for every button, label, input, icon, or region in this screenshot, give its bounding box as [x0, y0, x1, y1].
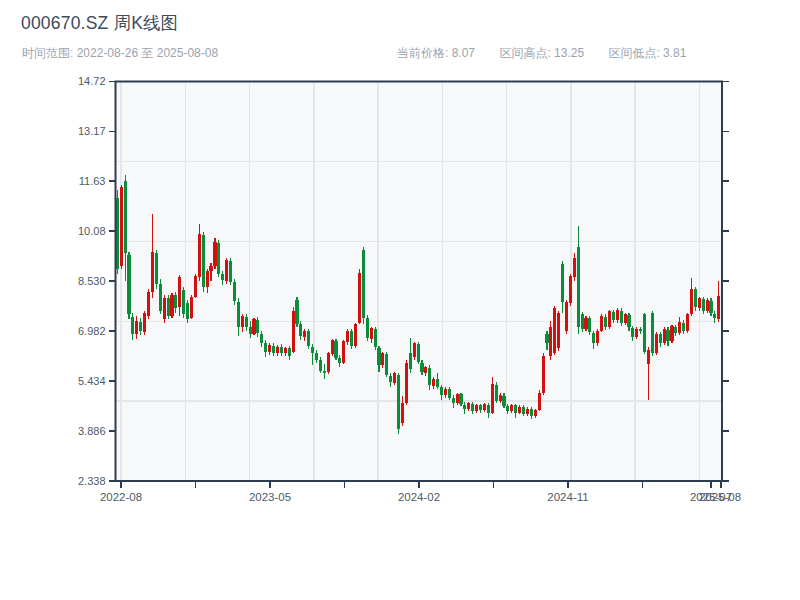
candle-body — [327, 353, 330, 372]
candle-body — [717, 296, 720, 319]
y-tick-label: 3.886 — [78, 425, 106, 437]
candle — [354, 323, 357, 349]
candle-body — [245, 317, 248, 327]
candle — [252, 318, 255, 336]
candle-body — [342, 341, 345, 363]
candle-body — [167, 298, 170, 316]
candle-body — [432, 379, 435, 386]
candle-body — [393, 373, 396, 383]
candle-body — [565, 302, 568, 331]
candle — [202, 232, 205, 292]
candle — [405, 360, 408, 405]
candle — [663, 327, 666, 345]
candle-body — [538, 393, 541, 409]
candle-body — [315, 353, 318, 359]
candle-body — [338, 358, 341, 363]
candle-body — [182, 290, 185, 314]
candle-body — [545, 334, 548, 343]
candle-body — [307, 331, 310, 346]
candle-body — [592, 333, 595, 343]
candle-body — [690, 289, 693, 315]
y-tick-label: 11.63 — [79, 175, 106, 187]
candle-body — [647, 350, 650, 365]
candle-body — [288, 348, 291, 355]
candle-body — [319, 360, 322, 371]
candle — [292, 307, 295, 353]
candle-body — [225, 260, 228, 280]
candle — [553, 306, 556, 354]
candle-body — [424, 367, 427, 372]
candle-body — [217, 243, 220, 274]
candle-body — [522, 407, 525, 413]
candle-body — [471, 404, 474, 411]
candle-body — [252, 319, 255, 334]
candle-body — [292, 311, 295, 351]
candle — [385, 352, 388, 378]
candle — [366, 315, 369, 341]
candle-body — [374, 329, 377, 347]
candle-body — [674, 327, 677, 333]
candle-body — [147, 292, 150, 316]
candle-body — [120, 187, 123, 266]
candle-body — [459, 394, 462, 404]
candle — [159, 279, 162, 314]
candle — [127, 252, 130, 320]
candle — [374, 327, 377, 350]
candle-body — [463, 405, 466, 410]
candle-body — [198, 234, 201, 278]
candle-body — [561, 264, 564, 302]
candle-body — [272, 346, 275, 352]
candle-body — [370, 328, 373, 339]
candle-body — [624, 314, 627, 322]
candle-body — [260, 334, 263, 343]
candle-body — [444, 389, 447, 395]
candle-body — [124, 181, 127, 254]
kline-chart: 14.7213.1711.6310.088.5306.9825.4343.886… — [0, 0, 800, 600]
candle — [584, 316, 587, 331]
candle-body — [452, 398, 455, 403]
candle-body — [155, 253, 158, 284]
candle — [694, 287, 697, 311]
candle — [651, 311, 654, 356]
candle — [229, 258, 232, 285]
candle-body — [139, 322, 142, 331]
candle-body — [596, 331, 599, 344]
candle-body — [467, 403, 470, 409]
candle — [155, 250, 158, 289]
candle-body — [709, 301, 712, 313]
candle-body — [350, 331, 353, 346]
candle-body — [631, 328, 634, 337]
candle-body — [620, 311, 623, 323]
candle — [358, 269, 361, 324]
candle-body — [381, 353, 384, 365]
candle — [190, 295, 193, 319]
candle — [225, 258, 228, 284]
candle — [170, 293, 173, 317]
candle-body — [713, 314, 716, 319]
candle — [643, 313, 646, 354]
candle-body — [518, 407, 521, 413]
candle-body — [264, 343, 267, 351]
candle-body — [706, 300, 709, 311]
candle-body — [280, 347, 283, 353]
candle-body — [358, 273, 361, 323]
candle-body — [506, 406, 509, 410]
candle — [413, 342, 416, 360]
candle — [686, 313, 689, 333]
candle-body — [135, 321, 138, 334]
x-tick-label: 2024-02 — [398, 491, 440, 503]
candle-body — [643, 314, 646, 351]
candle-body — [487, 405, 490, 413]
candle-body — [495, 385, 498, 401]
candle-body — [209, 266, 212, 271]
candle-body — [639, 329, 642, 331]
candle-body — [229, 261, 232, 281]
candle — [327, 352, 330, 375]
candle-body — [698, 298, 701, 308]
x-tick-labels: 2022-082023-052024-022024-112025-072025-… — [100, 491, 741, 503]
candle-body — [174, 295, 177, 308]
candle — [569, 274, 572, 306]
x-tick-label: 2024-11 — [547, 491, 588, 503]
candle — [163, 295, 166, 322]
candle-body — [502, 396, 505, 406]
